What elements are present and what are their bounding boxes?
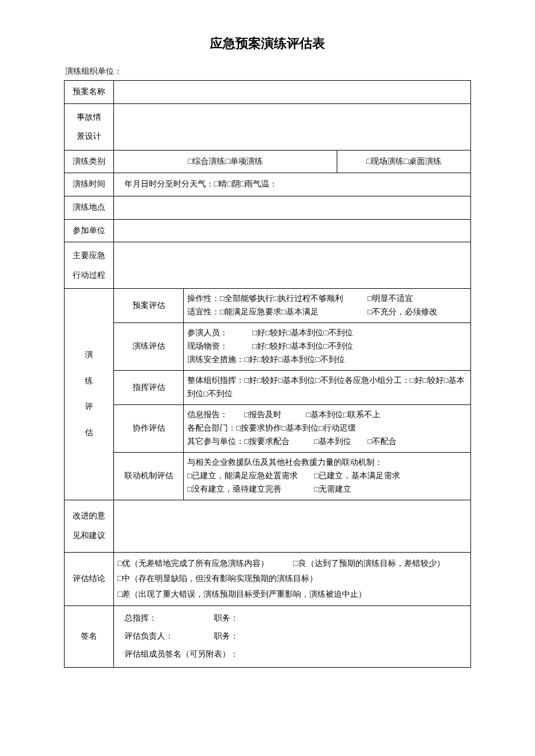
evaluation-label: 演 练 评 估	[65, 289, 114, 500]
location-row: 演练地点	[65, 196, 471, 219]
category-row: 演练类别 □综合演练□单项演练 □现场演练□桌面演练	[65, 150, 471, 173]
conclusion-label: 评估结论	[65, 552, 114, 606]
org-unit-label: 演练组织单位：	[64, 66, 471, 77]
units-value	[114, 219, 471, 242]
eval-drill-content: 参演人员： □好□较好□基本到位□不到位 现场物资： □好□较好□基本到位□不到…	[184, 323, 471, 371]
units-label: 参加单位	[65, 219, 114, 242]
time-value: 年月日时分至时分天气：□晴□阴□雨气温：	[114, 173, 471, 196]
location-label: 演练地点	[65, 196, 114, 219]
eval-coop-label: 协作评估	[114, 404, 184, 452]
signature-label: 签名	[65, 606, 114, 667]
eval-coop-row: 协作评估 信息报告： □报告及时 □基本到位□联系不上 各配合部门：□按要求协作…	[65, 404, 471, 452]
eval-coop-content: 信息报告： □报告及时 □基本到位□联系不上 各配合部门：□按要求协作□基本到位…	[184, 404, 471, 452]
improve-row: 改进的意 见和建议	[65, 500, 471, 552]
eval-link-content: 与相关企业救援队伍及其他社会救援力量的联动机制： □已建立，能满足应急处置需求 …	[184, 452, 471, 500]
category-option-b: □现场演练□桌面演练	[337, 150, 470, 173]
scenario-label: 事故情 景设计	[65, 103, 114, 150]
time-row: 演练时间 年月日时分至时分天气：□晴□阴□雨气温：	[65, 173, 471, 196]
category-label: 演练类别	[65, 150, 114, 173]
document-title: 应急预案演练评估表	[64, 35, 471, 52]
scenario-row: 事故情 景设计	[65, 103, 471, 150]
eval-drill-row: 演练评估 参演人员： □好□较好□基本到位□不到位 现场物资： □好□较好□基本…	[65, 323, 471, 371]
conclusion-content: □优（无差错地完成了所有应急演练内容） □良（达到了预期的演练目标，差错较少） …	[114, 552, 471, 606]
improve-value	[114, 500, 471, 552]
signature-content: 总指挥： 职务： 评估负责人： 职务： 评估组成员签名（可另附表）：	[114, 606, 471, 667]
eval-link-label: 联动机制评估	[114, 452, 184, 500]
eval-command-content: 整体组织指挥：□好□较好□基本到位□不到位各应急小组分工：□好□较好□基本到位□…	[184, 371, 471, 405]
eval-plan-content: 操作性：□全部能够执行□执行过程不够顺利 □明显不适宜 适宜性：□能满足应急要求…	[184, 289, 471, 323]
eval-plan-label: 预案评估	[114, 289, 184, 323]
evaluation-form-table: 预案名称 事故情 景设计 演练类别 □综合演练□单项演练 □现场演练□桌面演练 …	[64, 80, 471, 668]
category-option-a: □综合演练□单项演练	[114, 150, 337, 173]
eval-link-row: 联动机制评估 与相关企业救援队伍及其他社会救援力量的联动机制： □已建立，能满足…	[65, 452, 471, 500]
units-row: 参加单位	[65, 219, 471, 242]
location-value	[114, 196, 471, 219]
process-row: 主要应急 行动过程	[65, 242, 471, 289]
eval-drill-label: 演练评估	[114, 323, 184, 371]
process-value	[114, 242, 471, 289]
eval-command-row: 指挥评估 整体组织指挥：□好□较好□基本到位□不到位各应急小组分工：□好□较好□…	[65, 371, 471, 405]
plan-name-label: 预案名称	[65, 81, 114, 104]
improve-label: 改进的意 见和建议	[65, 500, 114, 552]
plan-name-row: 预案名称	[65, 81, 471, 104]
conclusion-row: 评估结论 □优（无差错地完成了所有应急演练内容） □良（达到了预期的演练目标，差…	[65, 552, 471, 606]
process-label: 主要应急 行动过程	[65, 242, 114, 289]
plan-name-value	[114, 81, 471, 104]
eval-command-label: 指挥评估	[114, 371, 184, 405]
eval-plan-row: 演 练 评 估 预案评估 操作性：□全部能够执行□执行过程不够顺利 □明显不适宜…	[65, 289, 471, 323]
signature-row: 签名 总指挥： 职务： 评估负责人： 职务： 评估组成员签名（可另附表）：	[65, 606, 471, 667]
scenario-value	[114, 103, 471, 150]
time-label: 演练时间	[65, 173, 114, 196]
